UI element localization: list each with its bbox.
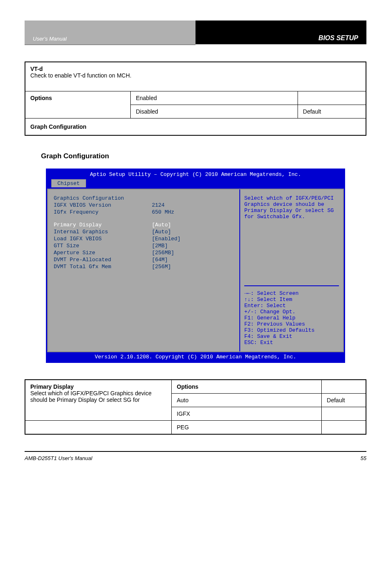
pd-option-auto-default: Default [322,394,366,407]
bios-r1-value: 2124 [152,202,234,208]
pd-option-peg: PEG [172,421,322,435]
option-enabled: Enabled [131,91,298,105]
options-label: Options [30,95,52,101]
bios-screenshot: Aptio Setup Utility – Copyright (C) 2010… [46,169,345,363]
bios-r8-value[interactable]: [64M] [152,257,234,263]
option-disabled: Disabled [131,105,298,119]
pd-option-peg-blank [322,421,366,435]
page-footer: AMB-D255T1 User's Manual 55 [25,451,366,461]
page-header: User's Manual BIOS SETUP [25,21,366,45]
graph-conf-row: Graph Configuration [25,119,366,136]
bios-key-f4: F4: Save & Exit [244,333,339,340]
bios-r9-value[interactable]: [256M] [152,264,234,270]
pd-option-auto: Auto [172,394,322,407]
pd-desc-continued [25,421,172,435]
pd-option-igfx: IGFX [172,407,322,421]
bios-version-bar: Version 2.10.1208. Copyright (C) 2010 Am… [47,352,344,362]
bios-key-f3: F3: Optimized Defaults [244,327,339,333]
vtd-desc-text: Check to enable VT-d function on MCH. [30,72,132,79]
section-title: Graph Configuration [41,152,366,160]
bios-r4-value[interactable]: [Auto] [152,229,234,235]
pd-options-label: Options [172,380,322,394]
bios-key-hints: →←: Select Screen ↑↓: Select Item Enter:… [244,285,339,346]
bios-r7-label[interactable]: Aperture Size [54,250,152,256]
bios-key-esc: ESC: Exit [244,340,339,346]
option-enabled-blank [298,91,366,105]
bios-left-pane: Graphics Configuration IGFX VBIOS Versio… [48,189,239,351]
vtd-label: VT-d [30,66,43,72]
bios-key-screen: →←: Select Screen [244,290,339,296]
footer-left: AMB-D255T1 User's Manual [25,455,92,461]
bios-title-bar: Aptio Setup Utility – Copyright (C) 2010… [47,170,344,179]
vtd-description: VT-d Check to enable VT-d function on MC… [25,62,366,91]
header-right: BIOS SETUP [196,21,366,45]
pd-label: Primary Display [30,383,74,390]
bios-r6-value[interactable]: [2MB] [152,243,234,249]
bios-r2-value: 650 MHz [152,209,234,215]
bios-r3-value[interactable]: [Auto] [152,222,234,228]
bios-key-f1: F1: General Help [244,315,339,321]
pd-options-blank [322,380,366,394]
bios-r1-label: IGFX VBIOS Version [54,202,152,208]
bios-r9-label[interactable]: DVMT Total Gfx Mem [54,264,152,270]
bios-key-item: ↑↓: Select Item [244,296,339,303]
pd-option-igfx-blank [322,407,366,421]
bios-r5-label[interactable]: Load IGFX VBIOS [54,236,152,242]
bios-key-enter: Enter: Select [244,303,339,309]
bios-right-pane: Select which of IGFX/PEG/PCI Graphics de… [239,189,343,351]
footer-page-number: 55 [361,455,366,461]
options-label-cell: Options [25,91,131,119]
bios-r8-label[interactable]: DVMT Pre-Allocated [54,257,152,263]
bios-tab-chipset[interactable]: Chipset [51,179,86,187]
pd-desc-text: Select which of IGFX/PEG/PCI Graphics de… [30,390,152,403]
bios-r6-label[interactable]: GTT Size [54,243,152,249]
bios-key-f2: F2: Previous Values [244,321,339,327]
bios-r4-label[interactable]: Internal Graphics [54,229,152,235]
primary-display-table: Primary Display Select which of IGFX/PEG… [25,379,366,435]
bios-r2-label: IGfx Frequency [54,209,152,215]
pd-description: Primary Display Select which of IGFX/PEG… [25,380,172,421]
bios-r7-value[interactable]: [256MB] [152,250,234,256]
bios-r5-value[interactable]: [Enabled] [152,236,234,242]
bios-heading: Graphics Configuration [54,195,152,201]
option-default: Default [298,105,366,119]
bios-help-text: Select which of IGFX/PEG/PCI Graphics de… [244,195,339,285]
bios-key-change: +/-: Change Opt. [244,309,339,315]
bios-tab-row: Chipset [47,179,344,189]
header-left: User's Manual [25,21,196,45]
bios-r3-label[interactable]: Primary Display [54,222,152,228]
graph-conf-label: Graph Configuration [30,123,86,130]
vtd-table: VT-d Check to enable VT-d function on MC… [25,62,366,136]
